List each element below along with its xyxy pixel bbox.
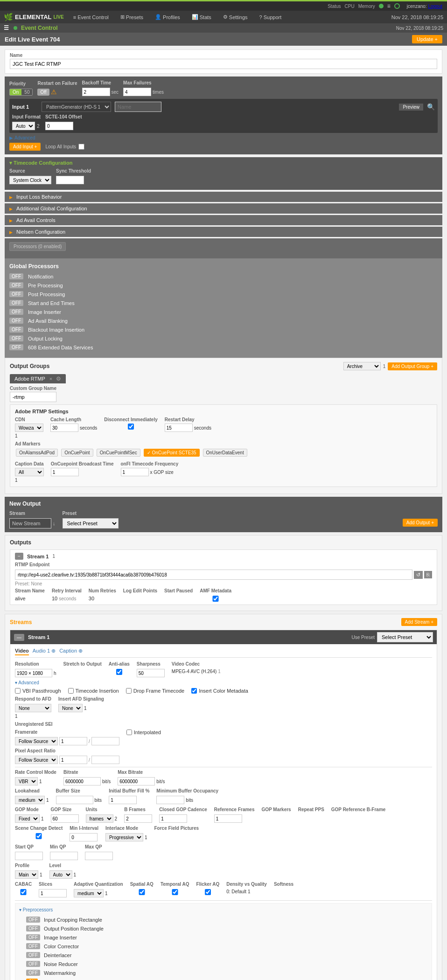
ad-avail-section[interactable]: ▶ Ad Avail Controls xyxy=(5,215,442,225)
min-qp-input[interactable] xyxy=(50,852,78,860)
min-i-interval-input[interactable] xyxy=(70,833,98,841)
closed-gop-input[interactable] xyxy=(159,814,187,823)
sharpness-input[interactable] xyxy=(137,669,165,677)
collapse-stream-1-button[interactable]: — xyxy=(14,634,24,641)
restart-delay-input[interactable] xyxy=(165,424,193,432)
color-corrector-toggle[interactable]: OFF xyxy=(26,943,40,949)
loop-checkbox[interactable] xyxy=(78,144,84,150)
respond-afd-select[interactable]: None xyxy=(15,704,51,712)
deinterlacer-toggle[interactable]: OFF xyxy=(26,952,40,958)
profile-select[interactable]: Main xyxy=(15,870,38,879)
level-select[interactable]: Auto xyxy=(49,870,72,879)
video-tab[interactable]: Video xyxy=(15,648,29,655)
ad-marker-onuserdataevent[interactable]: OnUserDataEvent xyxy=(203,449,247,457)
max-bitrate-input[interactable] xyxy=(118,777,155,785)
preset-select[interactable]: Select Preset xyxy=(63,518,119,528)
buffer-size-input[interactable] xyxy=(56,796,93,804)
archive-select[interactable]: Archive xyxy=(343,362,381,370)
copy-icon[interactable]: ⎘ xyxy=(424,571,432,578)
608-extended-toggle[interactable]: OFF xyxy=(9,344,23,350)
min-buffer-input[interactable] xyxy=(156,796,184,804)
input-generator-select[interactable]: PatternGenerator (HD-S 1 xyxy=(42,102,111,112)
framerate-den[interactable] xyxy=(91,737,119,745)
insert-color-checkbox[interactable] xyxy=(191,688,197,694)
cache-length-input[interactable] xyxy=(50,424,78,432)
custom-group-name-input[interactable] xyxy=(10,392,56,402)
slices-input[interactable] xyxy=(39,889,67,897)
close-tab-icon[interactable]: × xyxy=(49,376,52,382)
preview-button[interactable]: Preview xyxy=(399,104,423,111)
scte-input[interactable] xyxy=(45,122,73,130)
timecode-header[interactable]: ▾ Timecode Configuration xyxy=(9,160,438,166)
framerate-select[interactable]: Follow Source xyxy=(15,737,58,745)
interlace-mode-select[interactable]: Progressive xyxy=(105,833,143,841)
logout-link[interactable]: Logout xyxy=(428,4,442,9)
cabac-checkbox[interactable] xyxy=(15,889,32,895)
nav-presets[interactable]: ⊞ Presets xyxy=(118,13,146,21)
gop-mode-select[interactable]: Fixed xyxy=(15,814,40,823)
units-select[interactable]: frames xyxy=(86,814,113,823)
spatial-aq-checkbox[interactable] xyxy=(130,889,154,895)
caption-data-select[interactable]: All xyxy=(15,468,44,476)
toggle-off-display[interactable]: 50 xyxy=(21,89,32,95)
nav-stats[interactable]: 📊 Stats xyxy=(189,13,214,21)
preprocessors-toggle[interactable]: ▾ Preprocessors xyxy=(19,907,428,912)
disconnect-checkbox[interactable] xyxy=(104,424,157,430)
notification-toggle[interactable]: OFF xyxy=(9,273,23,279)
collapse-stream-button[interactable]: − xyxy=(15,553,23,560)
hamburger-icon[interactable]: ☰ xyxy=(4,25,9,31)
resolution-input[interactable] xyxy=(15,669,52,677)
ad-marker-oncuepoint-scte35[interactable]: ✓ OnCuePoint SCTE35 xyxy=(144,449,200,457)
adaptive-quant-select[interactable]: medium xyxy=(74,889,104,897)
output-locking-toggle[interactable]: OFF xyxy=(9,335,23,341)
sync-threshold-input[interactable] xyxy=(56,176,84,184)
timecode-freq-input[interactable] xyxy=(121,468,149,476)
caption-tab[interactable]: Caption ⊕ xyxy=(59,648,83,655)
restart-toggle[interactable]: Off xyxy=(37,89,49,96)
watermarking-toggle[interactable]: OFF xyxy=(26,970,40,976)
pixel-aspect-select[interactable]: Follow Source xyxy=(15,756,58,764)
ad-marker-oncuepointmsec[interactable]: OnCuePointMSec xyxy=(97,449,140,457)
add-output-button[interactable]: Add Output + xyxy=(403,519,438,527)
adobe-rtmp-tab[interactable]: Adobe RTMP × ⚙ xyxy=(10,374,66,383)
new-stream-input[interactable] xyxy=(9,518,51,528)
oncuepoint-broadcast-input[interactable] xyxy=(51,468,79,476)
insert-afd-select[interactable]: None xyxy=(58,704,83,712)
drop-frame-checkbox[interactable] xyxy=(126,688,132,694)
input-format-select[interactable]: Auto xyxy=(12,122,35,130)
nav-support[interactable]: ? Support xyxy=(257,14,284,21)
ad-marker-oncuepoint[interactable]: OnCuePoint xyxy=(61,449,93,457)
input-loss-section[interactable]: ▶ Input Loss Behavior xyxy=(5,192,442,202)
ad-avail-blanking-toggle[interactable]: OFF xyxy=(9,318,23,324)
image-inserter-pre-toggle[interactable]: OFF xyxy=(26,934,40,940)
cdn-select[interactable]: Wowza xyxy=(15,424,43,432)
search-icon[interactable]: 🔍 xyxy=(427,103,435,111)
scene-change-checkbox[interactable] xyxy=(15,833,63,839)
stream-preset-select[interactable]: Select Preset xyxy=(377,632,433,642)
noise-reducer-toggle[interactable]: OFF xyxy=(26,961,40,967)
start-qp-input[interactable] xyxy=(15,852,43,860)
backoff-input[interactable] xyxy=(82,88,110,96)
ad-marker-onalamssadpod[interactable]: OnAlamssAdPod xyxy=(16,449,58,457)
rtmp-endpoint-input[interactable] xyxy=(15,570,412,580)
source-select[interactable]: System Clock xyxy=(9,176,51,184)
anti-alias-checkbox[interactable] xyxy=(109,669,130,675)
update-button-top[interactable]: Update + xyxy=(412,35,442,43)
max-failures-input[interactable] xyxy=(123,88,151,96)
nav-profiles[interactable]: 👤 Profiles xyxy=(153,13,182,21)
rate-control-select[interactable]: VBR xyxy=(15,777,38,785)
name-input[interactable] xyxy=(10,59,437,69)
bitrate-input[interactable] xyxy=(63,777,101,785)
gop-size-input[interactable] xyxy=(51,814,79,823)
settings-gear-icon[interactable]: ⚙ xyxy=(56,375,61,382)
priority-toggle[interactable]: On 50 xyxy=(9,89,33,96)
restart-off[interactable]: Off xyxy=(38,89,49,95)
temporal-aq-checkbox[interactable] xyxy=(161,889,189,895)
add-stream-button[interactable]: Add Stream + xyxy=(401,618,437,626)
add-output-group-button[interactable]: Add Output Group + xyxy=(388,362,437,370)
input-name-field[interactable] xyxy=(115,102,161,112)
image-inserter-toggle[interactable]: OFF xyxy=(9,309,23,315)
blackout-toggle[interactable]: OFF xyxy=(9,327,23,333)
flicker-aq-checkbox[interactable] xyxy=(196,889,220,895)
timecode-insertion-checkbox[interactable] xyxy=(68,688,74,694)
